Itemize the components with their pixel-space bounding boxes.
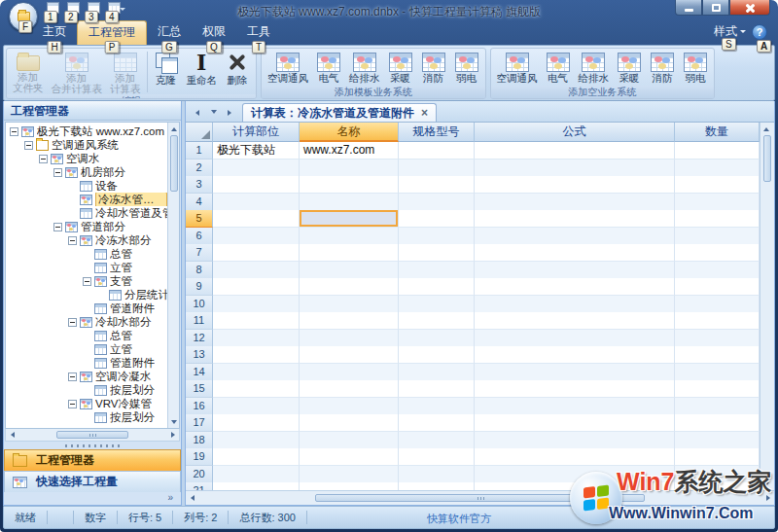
- help-button[interactable]: ? A: [752, 24, 767, 40]
- grid-cell[interactable]: [475, 278, 675, 296]
- row-header-5[interactable]: 5: [186, 210, 213, 228]
- grid-cell[interactable]: [399, 228, 475, 245]
- tab-scroll-left-button[interactable]: [190, 105, 204, 120]
- row-header-13[interactable]: 13: [186, 346, 213, 364]
- grid-cell[interactable]: [213, 448, 300, 466]
- grid-cell[interactable]: [475, 482, 675, 490]
- grid-cell[interactable]: [213, 380, 300, 398]
- collapse-icon[interactable]: [39, 155, 48, 163]
- grid-cell[interactable]: [213, 312, 300, 330]
- grid-cell[interactable]: [675, 364, 760, 381]
- grid-cell[interactable]: [213, 330, 300, 347]
- style-button[interactable]: 样式 S: [714, 23, 746, 40]
- grid-cell[interactable]: [475, 296, 675, 313]
- row-header-21[interactable]: 21: [186, 482, 213, 490]
- grid-cell[interactable]: [475, 228, 675, 245]
- grid-cell[interactable]: [300, 278, 399, 296]
- grid-cell[interactable]: [213, 160, 300, 177]
- grid-cell[interactable]: [300, 466, 399, 483]
- scroll-left-icon[interactable]: [186, 492, 197, 504]
- row-header-2[interactable]: 2: [186, 160, 213, 177]
- grid-cell[interactable]: [300, 346, 399, 364]
- grid-cell[interactable]: [475, 380, 675, 398]
- row-header-18[interactable]: 18: [186, 432, 213, 449]
- grid-cell[interactable]: [475, 176, 675, 194]
- tree-item[interactable]: 按层划分: [6, 410, 167, 424]
- row-header-1[interactable]: 1: [186, 142, 213, 160]
- collapse-icon[interactable]: [68, 400, 77, 408]
- grid-cell[interactable]: [675, 262, 760, 279]
- ribbon-tab-4[interactable]: 权限Q: [192, 20, 236, 45]
- grid-cell[interactable]: [399, 142, 475, 160]
- grid-cell[interactable]: [300, 414, 399, 432]
- grid-cell[interactable]: [675, 160, 760, 177]
- tree-item[interactable]: 极光下载站 www.xz7.com: [6, 124, 167, 138]
- row-header-8[interactable]: 8: [186, 262, 213, 279]
- grid-cell[interactable]: [213, 262, 300, 279]
- minimize-button[interactable]: [675, 0, 702, 16]
- panel-button-2[interactable]: 快速选择工程量: [4, 471, 181, 492]
- close-button[interactable]: [729, 0, 770, 16]
- grid-cell[interactable]: [475, 466, 675, 483]
- grid-cell[interactable]: [475, 414, 675, 432]
- qat-button-2[interactable]: 2: [64, 1, 82, 18]
- tree-horizontal-scrollbar[interactable]: [5, 429, 180, 442]
- grid-cell[interactable]: [399, 466, 475, 483]
- grid-cell[interactable]: [300, 160, 399, 177]
- collapse-icon[interactable]: [53, 223, 62, 231]
- grid-cell[interactable]: [213, 364, 300, 381]
- grid-horizontal-scrollbar[interactable]: [186, 490, 774, 505]
- tree-item[interactable]: 立管: [6, 261, 167, 274]
- row-header-20[interactable]: 20: [186, 466, 213, 483]
- grid-cell[interactable]: www.xz7.com: [300, 142, 399, 160]
- tree-item[interactable]: 管道部分: [6, 220, 167, 233]
- template-electrical-button[interactable]: 电气: [312, 50, 345, 86]
- row-header-9[interactable]: 9: [186, 278, 213, 296]
- rename-button[interactable]: 重命名: [183, 50, 222, 94]
- grid-cell[interactable]: [475, 160, 675, 177]
- row-header-15[interactable]: 15: [186, 380, 213, 398]
- tab-close-icon[interactable]: ×: [421, 107, 428, 119]
- row-header-16[interactable]: 16: [186, 398, 213, 415]
- grid-cell[interactable]: [213, 432, 300, 449]
- delete-button[interactable]: 删除: [221, 50, 254, 94]
- grid-cell[interactable]: [213, 244, 300, 262]
- grid-cell[interactable]: [399, 194, 475, 211]
- row-header-4[interactable]: 4: [186, 194, 213, 211]
- panel-splitter[interactable]: [4, 442, 181, 449]
- tree-item[interactable]: 冷却水部分: [6, 315, 167, 329]
- scroll-down-icon[interactable]: [168, 416, 180, 428]
- ribbon-tab-5[interactable]: 工具T: [236, 20, 281, 45]
- grid-cell[interactable]: [675, 296, 760, 313]
- grid-cell[interactable]: [213, 482, 300, 490]
- tree-vertical-scrollbar[interactable]: [167, 123, 179, 428]
- scrollbar-thumb[interactable]: [56, 431, 129, 439]
- grid-cell[interactable]: [300, 244, 399, 262]
- grid-cell[interactable]: [213, 398, 300, 415]
- grid-cell[interactable]: [475, 432, 675, 449]
- grid-cell[interactable]: [675, 244, 760, 262]
- tree-item[interactable]: 按层划分: [6, 383, 167, 397]
- add-merged-sheet-button[interactable]: 添加合并计算表: [48, 50, 107, 94]
- empty-fire-button[interactable]: 消防: [646, 50, 679, 86]
- grid-cell[interactable]: [300, 432, 399, 449]
- tree-item[interactable]: 空调水: [6, 152, 167, 165]
- tree-item[interactable]: VRV冷媒管: [6, 397, 167, 410]
- grid-cell[interactable]: [475, 244, 675, 262]
- scroll-down-icon[interactable]: [760, 479, 772, 490]
- add-folder-button[interactable]: 添加文件夹: [9, 50, 48, 94]
- grid-cell[interactable]: [399, 432, 475, 449]
- grid-cell[interactable]: [399, 278, 475, 296]
- grid-cell[interactable]: [399, 414, 475, 432]
- grid-cell[interactable]: [213, 466, 300, 483]
- grid-cell[interactable]: [675, 432, 760, 449]
- grid-cell[interactable]: [399, 380, 475, 398]
- tree-item[interactable]: 机房部分: [6, 165, 167, 179]
- tree-item[interactable]: 冷冻水部分: [6, 233, 167, 247]
- grid-cell[interactable]: [475, 448, 675, 466]
- grid-cell[interactable]: [675, 448, 760, 466]
- empty-hvac-button[interactable]: 空调通风: [493, 50, 542, 86]
- tree-item[interactable]: 空调冷凝水: [6, 370, 167, 383]
- grid-cell[interactable]: [675, 466, 760, 483]
- grid-cell[interactable]: [475, 312, 675, 330]
